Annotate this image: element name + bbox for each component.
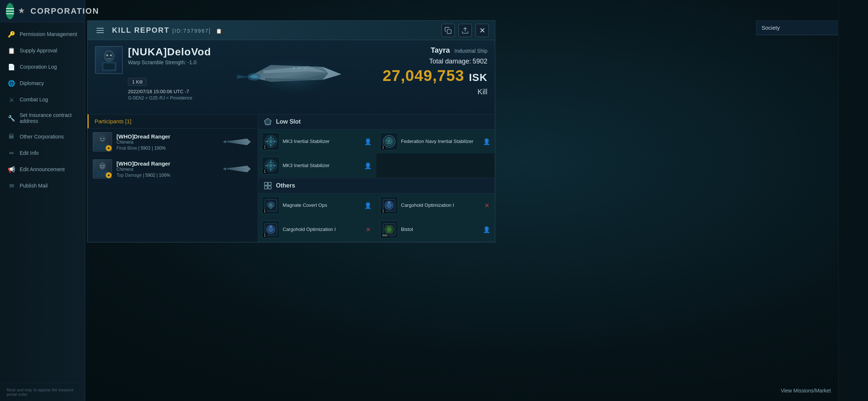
- kill-report-info: [NUKA]DeloVod Warp Scramble Strength: -1…: [88, 40, 495, 114]
- sidebar-item-corporation-log[interactable]: 📄 Corporation Log: [0, 59, 85, 75]
- svg-rect-56: [268, 182, 271, 185]
- participant-name-2: [WHO]Dread Ranger: [116, 160, 218, 167]
- other-corp-icon: 🏛: [8, 133, 15, 140]
- svg-point-30: [103, 165, 105, 166]
- sidebar-item-set-insurance[interactable]: 🔧 Set Insurance contract address: [0, 108, 85, 128]
- svg-marker-33: [223, 167, 226, 170]
- corp-logo: ★ CORPORATION: [18, 6, 99, 16]
- sidebar-footer: Must and may to appear the treasure port…: [0, 383, 85, 401]
- star-badge: ★: [106, 172, 112, 178]
- ship-svg: [234, 48, 352, 106]
- svg-point-4: [106, 55, 108, 56]
- diplomacy-icon: 🌐: [8, 79, 15, 87]
- slot-item: 1 Magnate Covert Ops 👤: [258, 193, 377, 218]
- slot-item-icon: 1: [380, 133, 398, 150]
- svg-point-28: [99, 162, 106, 170]
- others-section: Others 1: [258, 178, 495, 242]
- slot-item-icon: 1: [262, 133, 280, 150]
- kill-report-header: KILL REPORT [ID:7379967] 📋 ✕: [88, 21, 495, 40]
- kill-report-title: KILL REPORT [ID:7379967] 📋: [112, 26, 436, 35]
- others-icon: [263, 181, 272, 190]
- sidebar-item-label: Set Insurance contract address: [20, 112, 78, 124]
- svg-rect-0: [447, 29, 451, 33]
- slot-item-action-person[interactable]: 👤: [364, 137, 372, 146]
- participants-panel: Participants [1] ★: [88, 114, 258, 242]
- ship-name-display: Tayra Industrial Ship: [382, 46, 487, 55]
- edit-info-icon: ✏: [8, 149, 15, 157]
- hamburger-button[interactable]: [6, 3, 14, 19]
- sidebar-item-label: Edit Announcement: [20, 166, 65, 172]
- participant-weapon-2: [223, 162, 253, 176]
- sidebar-item-other-corporations[interactable]: 🏛 Other Corporations: [0, 128, 85, 145]
- participant-stats-2: Top Damage | 5902 | 100%: [116, 173, 218, 178]
- export-report-button[interactable]: [458, 24, 472, 37]
- kill-count-badge: 1 Kill: [128, 78, 147, 86]
- sidebar-item-publish-mail[interactable]: ✉ Publish Mail: [0, 177, 85, 194]
- svg-rect-20: [304, 68, 306, 69]
- avatar-placeholder: [96, 47, 122, 73]
- slot-item-icon: 990: [380, 221, 398, 238]
- low-slot-title: Low Slot: [276, 118, 301, 125]
- slot-item-action-person[interactable]: 👤: [364, 201, 372, 210]
- sidebar-item-label: Publish Mail: [20, 183, 47, 189]
- sidebar-item-edit-announcement[interactable]: 📢 Edit Announcement: [0, 161, 85, 177]
- sidebar-item-diplomacy[interactable]: 🌐 Diplomacy: [0, 75, 85, 91]
- slot-item-drop-icon[interactable]: ✕: [482, 201, 491, 210]
- kill-timestamp: 2022/07/18 15:00:06 UTC -7: [128, 89, 211, 94]
- insurance-icon: 🔧: [8, 114, 15, 122]
- sidebar-item-label: Diplomacy: [20, 80, 44, 86]
- sidebar-item-permission-management[interactable]: 🔑 Permission Management: [0, 26, 85, 42]
- slot-item-icon: 1: [262, 221, 280, 238]
- svg-rect-55: [264, 182, 267, 185]
- warp-scramble-stat: Warp Scramble Strength: -1.0: [128, 59, 211, 65]
- kill-report-close-button[interactable]: ✕: [476, 24, 489, 37]
- slot-item: 1 MK3 Inertial Stabilizer 👤: [258, 154, 377, 178]
- slot-item-name: Magnate Covert Ops: [283, 202, 361, 209]
- sidebar-item-combat-log[interactable]: ⚔ Combat Log: [0, 91, 85, 108]
- slot-item: 1 Cargohold Optimization I ✕: [377, 193, 495, 218]
- star-badge: ★: [106, 145, 112, 151]
- low-slot-items: 1 MK3 Inertial Stabilizer 👤: [258, 130, 495, 178]
- slot-item-name: Bistot: [401, 226, 479, 233]
- svg-point-21: [99, 135, 106, 143]
- copy-id-icon[interactable]: 📋: [216, 28, 223, 34]
- svg-marker-36: [266, 120, 270, 124]
- svg-rect-66: [388, 202, 390, 203]
- sidebar-item-label: Supply Approval: [20, 48, 57, 53]
- svg-point-47: [388, 140, 391, 143]
- participant-stats-1: Final Blow | 5902 | 100%: [116, 146, 218, 151]
- svg-point-69: [269, 227, 273, 232]
- sidebar-item-label: Other Corporations: [20, 134, 64, 140]
- sidebar-item-edit-info[interactable]: ✏ Edit Info: [0, 145, 85, 161]
- corp-title: CORPORATION: [30, 6, 99, 16]
- svg-marker-26: [223, 140, 226, 143]
- participant-avatar-2: ★: [93, 159, 112, 179]
- participant-ship-2: Chimera: [116, 167, 218, 172]
- sidebar-item-label: Corporation Log: [20, 64, 57, 70]
- svg-point-14: [250, 75, 258, 79]
- slot-item-icon: 1: [262, 196, 280, 214]
- kill-report-modal: KILL REPORT [ID:7379967] 📋 ✕: [87, 20, 495, 242]
- view-missions-link[interactable]: View Missions/Market: [781, 388, 831, 394]
- svg-rect-7: [103, 63, 115, 69]
- copy-report-button[interactable]: [441, 24, 455, 37]
- mail-icon: ✉: [8, 182, 15, 189]
- svg-point-22: [101, 138, 102, 139]
- slot-item-action-person[interactable]: 👤: [482, 137, 491, 146]
- sidebar-item-label: Edit Info: [20, 150, 39, 156]
- pilot-name: [NUKA]DeloVod: [128, 46, 211, 58]
- svg-rect-19: [299, 68, 300, 69]
- svg-marker-32: [225, 166, 251, 172]
- slot-item-action-person[interactable]: 👤: [482, 225, 491, 234]
- participant-name-1: [WHO]Dread Ranger: [116, 133, 218, 140]
- others-header: Others: [258, 178, 495, 193]
- kill-report-menu-button[interactable]: [93, 24, 107, 37]
- slot-item-action-person[interactable]: 👤: [364, 161, 372, 170]
- slot-item-icon: 1: [380, 196, 398, 214]
- sidebar-item-supply-approval[interactable]: 📋 Supply Approval: [0, 42, 85, 59]
- sidebar-nav: 🔑 Permission Management 📋 Supply Approva…: [0, 22, 85, 383]
- low-slot-section: Low Slot: [258, 114, 495, 178]
- slot-item-drop-icon[interactable]: ✕: [364, 225, 372, 234]
- slot-item-name: MK3 Inertial Stabilizer: [283, 138, 361, 145]
- kill-report-actions: ✕: [441, 24, 489, 37]
